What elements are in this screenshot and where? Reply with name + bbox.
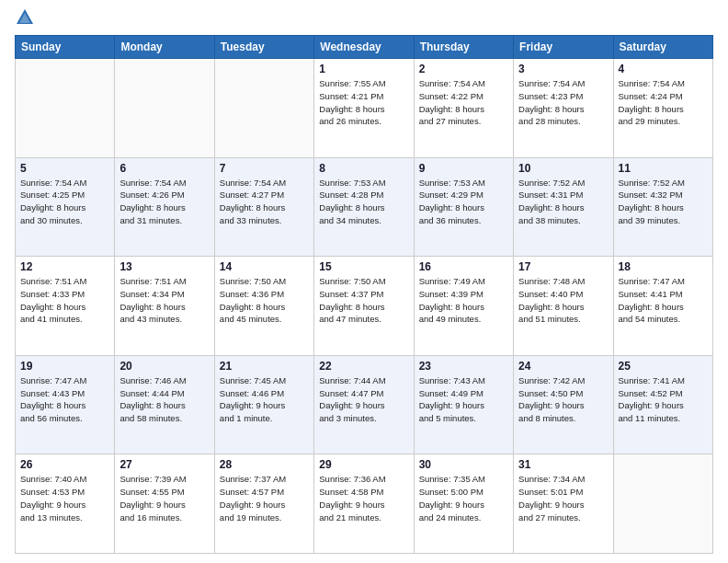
calendar-cell: 14Sunrise: 7:50 AM Sunset: 4:36 PM Dayli… (214, 257, 313, 356)
calendar-cell: 31Sunrise: 7:34 AM Sunset: 5:01 PM Dayli… (514, 454, 613, 554)
day-info: Sunrise: 7:53 AM Sunset: 4:28 PM Dayligh… (319, 177, 408, 227)
day-info: Sunrise: 7:37 AM Sunset: 4:57 PM Dayligh… (220, 473, 309, 523)
day-info: Sunrise: 7:48 AM Sunset: 4:40 PM Dayligh… (518, 275, 608, 326)
day-number: 24 (518, 360, 608, 373)
day-number: 25 (619, 360, 708, 373)
day-info: Sunrise: 7:43 AM Sunset: 4:49 PM Dayligh… (419, 374, 508, 425)
day-number: 10 (518, 162, 608, 175)
day-info: Sunrise: 7:52 AM Sunset: 4:31 PM Dayligh… (518, 177, 608, 227)
day-info: Sunrise: 7:47 AM Sunset: 4:41 PM Dayligh… (619, 275, 708, 326)
calendar-cell (16, 59, 115, 158)
calendar-week-3: 12Sunrise: 7:51 AM Sunset: 4:33 PM Dayli… (16, 257, 713, 356)
calendar-cell: 13Sunrise: 7:51 AM Sunset: 4:34 PM Dayli… (115, 257, 214, 356)
day-number: 19 (20, 360, 109, 373)
logo-icon (15, 7, 35, 28)
day-info: Sunrise: 7:49 AM Sunset: 4:39 PM Dayligh… (419, 275, 508, 326)
calendar-header-wednesday: Wednesday (314, 36, 414, 59)
calendar-cell: 26Sunrise: 7:40 AM Sunset: 4:53 PM Dayli… (16, 454, 115, 554)
calendar-cell: 30Sunrise: 7:35 AM Sunset: 5:00 PM Dayli… (414, 454, 513, 554)
calendar-cell: 7Sunrise: 7:54 AM Sunset: 4:27 PM Daylig… (214, 157, 313, 257)
day-number: 4 (619, 63, 708, 75)
day-info: Sunrise: 7:54 AM Sunset: 4:26 PM Dayligh… (119, 177, 209, 227)
calendar-cell: 29Sunrise: 7:36 AM Sunset: 4:58 PM Dayli… (314, 454, 414, 554)
day-number: 12 (20, 260, 109, 273)
day-number: 3 (518, 63, 608, 75)
day-info: Sunrise: 7:54 AM Sunset: 4:22 PM Dayligh… (419, 77, 508, 128)
day-info: Sunrise: 7:54 AM Sunset: 4:23 PM Dayligh… (518, 77, 608, 128)
day-number: 29 (319, 458, 408, 471)
day-info: Sunrise: 7:35 AM Sunset: 5:00 PM Dayligh… (419, 473, 508, 523)
day-info: Sunrise: 7:50 AM Sunset: 4:36 PM Dayligh… (220, 275, 309, 326)
day-number: 9 (419, 162, 508, 175)
calendar-header-row: SundayMondayTuesdayWednesdayThursdayFrid… (16, 36, 713, 59)
day-info: Sunrise: 7:45 AM Sunset: 4:46 PM Dayligh… (220, 374, 309, 425)
day-info: Sunrise: 7:51 AM Sunset: 4:34 PM Dayligh… (119, 275, 209, 326)
calendar-cell (613, 454, 712, 554)
calendar-cell: 3Sunrise: 7:54 AM Sunset: 4:23 PM Daylig… (514, 59, 613, 158)
calendar-cell: 21Sunrise: 7:45 AM Sunset: 4:46 PM Dayli… (214, 355, 313, 454)
day-number: 21 (220, 360, 309, 373)
calendar-cell (214, 59, 313, 158)
calendar-cell: 16Sunrise: 7:49 AM Sunset: 4:39 PM Dayli… (414, 257, 513, 356)
day-number: 1 (319, 63, 408, 75)
calendar-week-2: 5Sunrise: 7:54 AM Sunset: 4:25 PM Daylig… (16, 157, 713, 257)
day-info: Sunrise: 7:40 AM Sunset: 4:53 PM Dayligh… (20, 473, 109, 523)
day-info: Sunrise: 7:39 AM Sunset: 4:55 PM Dayligh… (119, 473, 209, 523)
calendar-cell: 25Sunrise: 7:41 AM Sunset: 4:52 PM Dayli… (613, 355, 712, 454)
calendar-cell: 4Sunrise: 7:54 AM Sunset: 4:24 PM Daylig… (613, 59, 712, 158)
calendar-cell: 28Sunrise: 7:37 AM Sunset: 4:57 PM Dayli… (214, 454, 313, 554)
calendar-week-5: 26Sunrise: 7:40 AM Sunset: 4:53 PM Dayli… (16, 454, 713, 554)
calendar-cell: 8Sunrise: 7:53 AM Sunset: 4:28 PM Daylig… (314, 157, 414, 257)
calendar-cell: 27Sunrise: 7:39 AM Sunset: 4:55 PM Dayli… (115, 454, 214, 554)
calendar-cell: 1Sunrise: 7:55 AM Sunset: 4:21 PM Daylig… (314, 59, 414, 158)
calendar-cell: 20Sunrise: 7:46 AM Sunset: 4:44 PM Dayli… (115, 355, 214, 454)
calendar-cell: 23Sunrise: 7:43 AM Sunset: 4:49 PM Dayli… (414, 355, 513, 454)
day-number: 18 (619, 260, 708, 273)
logo (15, 11, 37, 28)
calendar-table: SundayMondayTuesdayWednesdayThursdayFrid… (15, 35, 713, 554)
calendar-week-1: 1Sunrise: 7:55 AM Sunset: 4:21 PM Daylig… (16, 59, 713, 158)
day-number: 31 (518, 458, 608, 471)
day-info: Sunrise: 7:54 AM Sunset: 4:27 PM Dayligh… (220, 177, 309, 227)
calendar-cell: 9Sunrise: 7:53 AM Sunset: 4:29 PM Daylig… (414, 157, 513, 257)
day-info: Sunrise: 7:41 AM Sunset: 4:52 PM Dayligh… (619, 374, 708, 425)
calendar-cell: 17Sunrise: 7:48 AM Sunset: 4:40 PM Dayli… (514, 257, 613, 356)
day-number: 5 (20, 162, 109, 175)
day-info: Sunrise: 7:55 AM Sunset: 4:21 PM Dayligh… (319, 77, 408, 128)
day-number: 11 (619, 162, 708, 175)
calendar-header-thursday: Thursday (414, 36, 513, 59)
day-info: Sunrise: 7:47 AM Sunset: 4:43 PM Dayligh… (20, 374, 109, 425)
day-info: Sunrise: 7:36 AM Sunset: 4:58 PM Dayligh… (319, 473, 408, 523)
day-info: Sunrise: 7:44 AM Sunset: 4:47 PM Dayligh… (319, 374, 408, 425)
calendar-header-saturday: Saturday (613, 36, 712, 59)
day-number: 30 (419, 458, 508, 471)
day-info: Sunrise: 7:50 AM Sunset: 4:37 PM Dayligh… (319, 275, 408, 326)
calendar-cell (115, 59, 214, 158)
day-number: 2 (419, 63, 508, 75)
calendar-cell: 10Sunrise: 7:52 AM Sunset: 4:31 PM Dayli… (514, 157, 613, 257)
calendar-cell: 18Sunrise: 7:47 AM Sunset: 4:41 PM Dayli… (613, 257, 712, 356)
calendar-cell: 24Sunrise: 7:42 AM Sunset: 4:50 PM Dayli… (514, 355, 613, 454)
day-info: Sunrise: 7:52 AM Sunset: 4:32 PM Dayligh… (619, 177, 708, 227)
day-info: Sunrise: 7:34 AM Sunset: 5:01 PM Dayligh… (518, 473, 608, 523)
day-number: 6 (119, 162, 209, 175)
header (15, 11, 713, 28)
day-info: Sunrise: 7:53 AM Sunset: 4:29 PM Dayligh… (419, 177, 508, 227)
day-info: Sunrise: 7:54 AM Sunset: 4:25 PM Dayligh… (20, 177, 109, 227)
day-number: 20 (119, 360, 209, 373)
day-number: 28 (220, 458, 309, 471)
calendar-header-sunday: Sunday (16, 36, 115, 59)
day-number: 17 (518, 260, 608, 273)
day-number: 15 (319, 260, 408, 273)
calendar-cell: 6Sunrise: 7:54 AM Sunset: 4:26 PM Daylig… (115, 157, 214, 257)
calendar-header-tuesday: Tuesday (214, 36, 313, 59)
day-info: Sunrise: 7:46 AM Sunset: 4:44 PM Dayligh… (119, 374, 209, 425)
day-number: 23 (419, 360, 508, 373)
calendar-cell: 15Sunrise: 7:50 AM Sunset: 4:37 PM Dayli… (314, 257, 414, 356)
calendar-cell: 19Sunrise: 7:47 AM Sunset: 4:43 PM Dayli… (16, 355, 115, 454)
calendar-week-4: 19Sunrise: 7:47 AM Sunset: 4:43 PM Dayli… (16, 355, 713, 454)
day-number: 16 (419, 260, 508, 273)
day-info: Sunrise: 7:54 AM Sunset: 4:24 PM Dayligh… (619, 77, 708, 128)
calendar-cell: 2Sunrise: 7:54 AM Sunset: 4:22 PM Daylig… (414, 59, 513, 158)
day-number: 27 (119, 458, 209, 471)
